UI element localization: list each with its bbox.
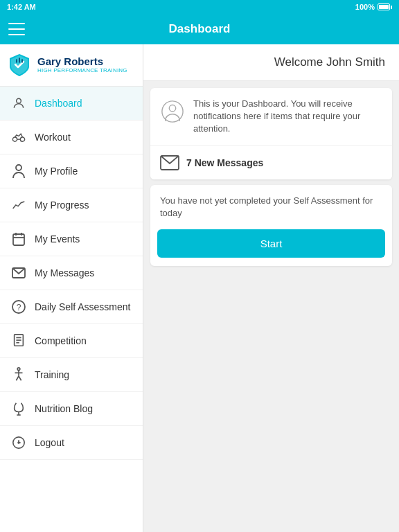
sidebar-item-daily-self-assessment[interactable]: ? Daily Self Assessment xyxy=(0,290,143,324)
svg-point-2 xyxy=(20,137,24,141)
training-icon xyxy=(11,367,26,382)
sidebar-logo: Gary Roberts High Performance Training xyxy=(7,53,136,78)
svg-point-3 xyxy=(16,165,21,170)
logo-sub: High Performance Training xyxy=(37,67,127,74)
dashboard-info-icon xyxy=(160,99,185,124)
assessment-card: You have not yet completed your Self Ass… xyxy=(150,185,392,266)
logo-shield-icon xyxy=(7,53,32,78)
dashboard-info-text: This is your Dashboard. You will receive… xyxy=(193,98,382,136)
svg-point-15 xyxy=(17,368,20,371)
profile-label: My Profile xyxy=(35,166,78,177)
status-time: 1:42 AM xyxy=(7,3,48,11)
dashboard-label: Dashboard xyxy=(35,98,82,109)
workout-icon xyxy=(11,130,26,145)
sidebar-item-dashboard[interactable]: Dashboard xyxy=(0,87,143,121)
menu-button[interactable] xyxy=(8,23,25,35)
toolbar: Dashboard xyxy=(0,14,399,44)
dashboard-icon xyxy=(11,96,26,111)
competition-label: Competition xyxy=(35,335,87,346)
sidebar: Gary Roberts High Performance Training D… xyxy=(0,44,143,532)
nutrition-icon xyxy=(11,401,26,416)
logo-name: Gary Roberts xyxy=(37,56,127,68)
sidebar-item-workout[interactable]: Workout xyxy=(0,121,143,154)
assessment-text: You have not yet completed your Self Ass… xyxy=(150,185,392,227)
sidebar-item-competition[interactable]: Competition xyxy=(0,324,143,358)
sidebar-item-nutrition-blog[interactable]: Nutrition Blog xyxy=(0,392,143,426)
welcome-text: Welcome John Smith xyxy=(143,44,399,81)
svg-point-23 xyxy=(18,442,19,443)
svg-point-1 xyxy=(12,137,17,141)
workout-label: Workout xyxy=(35,132,71,143)
logo-text: Gary Roberts High Performance Training xyxy=(37,56,127,74)
svg-rect-4 xyxy=(13,234,24,245)
svg-text:?: ? xyxy=(17,303,21,312)
battery-text: 100% xyxy=(355,3,375,11)
sidebar-item-my-progress[interactable]: My Progress xyxy=(0,188,143,222)
toolbar-title: Dashboard xyxy=(25,22,374,36)
sidebar-item-my-events[interactable]: My Events xyxy=(0,222,143,256)
competition-icon xyxy=(11,333,26,348)
sidebar-item-logout[interactable]: Logout xyxy=(0,426,143,460)
sidebar-item-my-profile[interactable]: My Profile xyxy=(0,154,143,188)
profile-icon xyxy=(11,163,26,179)
status-bar: 1:42 AM 100% xyxy=(0,0,399,14)
assessment-label: Daily Self Assessment xyxy=(35,301,131,312)
start-button[interactable]: Start xyxy=(157,229,385,258)
progress-icon xyxy=(11,197,26,213)
events-label: My Events xyxy=(35,233,80,245)
svg-point-25 xyxy=(169,105,175,112)
dashboard-info-card: This is your Dashboard. You will receive… xyxy=(150,88,392,179)
logout-label: Logout xyxy=(35,437,64,448)
progress-label: My Progress xyxy=(35,200,89,211)
svg-point-0 xyxy=(17,98,21,103)
training-label: Training xyxy=(35,369,69,380)
assessment-icon: ? xyxy=(11,299,26,314)
svg-line-18 xyxy=(16,376,19,380)
dashboard-info: This is your Dashboard. You will receive… xyxy=(150,88,392,145)
sidebar-item-my-messages[interactable]: My Messages xyxy=(0,256,143,290)
messages-icon xyxy=(11,265,26,281)
logout-icon xyxy=(11,435,26,450)
sidebar-menu: Dashboard Workout xyxy=(0,87,143,460)
messages-envelope-icon xyxy=(160,155,179,170)
svg-line-19 xyxy=(19,376,21,380)
app-body: Gary Roberts High Performance Training D… xyxy=(0,44,399,532)
sidebar-item-training[interactable]: Training xyxy=(0,358,143,392)
battery-icon xyxy=(378,3,392,10)
events-icon xyxy=(11,231,26,247)
main-content: Welcome John Smith This is your Dashboar… xyxy=(143,44,399,532)
my-messages-label: My Messages xyxy=(35,267,94,278)
sidebar-header: Gary Roberts High Performance Training xyxy=(0,44,143,87)
nutrition-label: Nutrition Blog xyxy=(35,403,93,414)
messages-row: 7 New Messages xyxy=(150,145,392,179)
messages-count-label: 7 New Messages xyxy=(186,157,263,168)
status-right: 100% xyxy=(351,3,392,11)
